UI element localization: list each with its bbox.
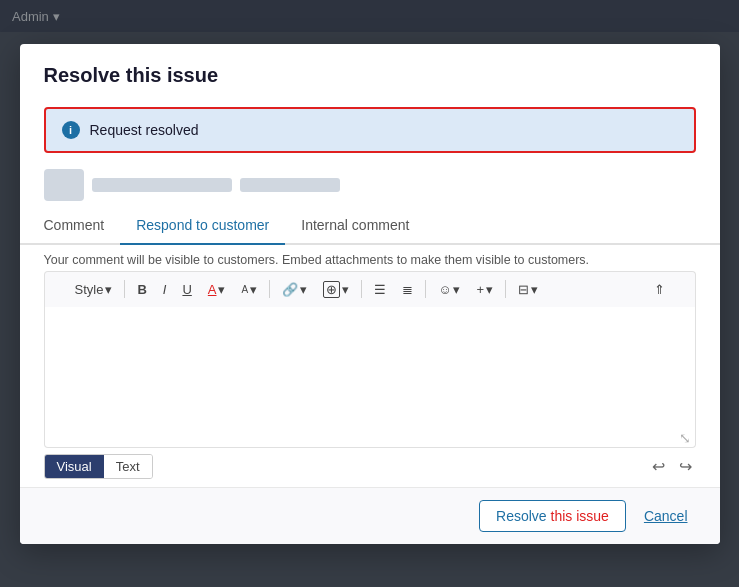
- text-color-chevron-icon: ▾: [218, 282, 225, 297]
- undo-button[interactable]: ↩: [648, 455, 669, 478]
- table-chevron-icon: ▾: [531, 282, 538, 297]
- editor-content[interactable]: [45, 307, 695, 447]
- avatar-meta-placeholder: [240, 178, 340, 192]
- tab-description: Your comment will be visible to customer…: [20, 245, 720, 271]
- avatar-row: [20, 165, 720, 209]
- table-icon: ⊟: [518, 282, 529, 297]
- resolved-banner: i Request resolved: [44, 107, 696, 153]
- editor-mode-toggle: Visual Text: [44, 454, 153, 479]
- table-button[interactable]: ⊟ ▾: [512, 279, 544, 300]
- insert-icon: +: [476, 282, 484, 297]
- style-dropdown-button[interactable]: Style ▾: [69, 279, 119, 300]
- emoji-chevron-icon: ▾: [453, 282, 460, 297]
- underline-button[interactable]: U: [176, 279, 197, 300]
- link-icon: 🔗: [282, 282, 298, 297]
- tab-internal-comment[interactable]: Internal comment: [285, 209, 425, 245]
- expand-icon: ⇑: [654, 282, 665, 297]
- toolbar-divider-4: [425, 280, 426, 298]
- modal-footer: Resolve this issue Cancel: [20, 487, 720, 544]
- numbered-list-icon: ≣: [402, 282, 413, 297]
- bullet-list-icon: ☰: [374, 282, 386, 297]
- italic-button[interactable]: I: [157, 279, 173, 300]
- avatar-image: [44, 169, 84, 201]
- bullet-list-button[interactable]: ☰: [368, 279, 392, 300]
- editor-toolbar: Style ▾ B I U A ▾ A ▾ 🔗: [44, 271, 696, 307]
- text-mode-button[interactable]: Text: [104, 455, 152, 478]
- resolve-issue-button[interactable]: Resolve this issue: [479, 500, 626, 532]
- insert-button[interactable]: + ▾: [470, 279, 499, 300]
- style-chevron-icon: ▾: [105, 282, 112, 297]
- modal-title: Resolve this issue: [44, 64, 696, 87]
- cancel-button[interactable]: Cancel: [636, 500, 696, 532]
- embed-icon: ⊕: [323, 281, 340, 298]
- editor-area: ⤡: [44, 307, 696, 448]
- modal-dialog: Resolve this issue i Request resolved Co…: [20, 44, 720, 544]
- expand-button[interactable]: ⇑: [648, 279, 671, 300]
- font-size-button[interactable]: A ▾: [235, 279, 263, 300]
- resize-handle-icon[interactable]: ⤡: [679, 431, 691, 445]
- undo-redo-group: ↩ ↪: [648, 455, 696, 478]
- redo-button[interactable]: ↪: [675, 455, 696, 478]
- resolved-text: Request resolved: [90, 122, 199, 138]
- resolve-highlight: this issue: [551, 508, 609, 524]
- modal-header: Resolve this issue: [20, 44, 720, 99]
- toolbar-divider-5: [505, 280, 506, 298]
- insert-chevron-icon: ▾: [486, 282, 493, 297]
- link-button[interactable]: 🔗 ▾: [276, 279, 313, 300]
- text-color-button[interactable]: A ▾: [202, 279, 232, 300]
- avatar-name-placeholder: [92, 178, 232, 192]
- toolbar-divider-3: [361, 280, 362, 298]
- link-chevron-icon: ▾: [300, 282, 307, 297]
- embed-button[interactable]: ⊕ ▾: [317, 278, 355, 301]
- bold-button[interactable]: B: [131, 279, 152, 300]
- visual-mode-button[interactable]: Visual: [45, 455, 104, 478]
- numbered-list-button[interactable]: ≣: [396, 279, 419, 300]
- modal-overlay: Resolve this issue i Request resolved Co…: [0, 0, 739, 587]
- emoji-icon: ☺: [438, 282, 451, 297]
- tab-comment[interactable]: Comment: [44, 209, 121, 245]
- emoji-button[interactable]: ☺ ▾: [432, 279, 466, 300]
- info-icon: i: [62, 121, 80, 139]
- embed-chevron-icon: ▾: [342, 282, 349, 297]
- toolbar-divider-1: [124, 280, 125, 298]
- editor-mode-row: Visual Text ↩ ↪: [20, 448, 720, 487]
- tabs-row: Comment Respond to customer Internal com…: [20, 209, 720, 245]
- font-size-chevron-icon: ▾: [250, 282, 257, 297]
- tab-respond-to-customer[interactable]: Respond to customer: [120, 209, 285, 245]
- toolbar-divider-2: [269, 280, 270, 298]
